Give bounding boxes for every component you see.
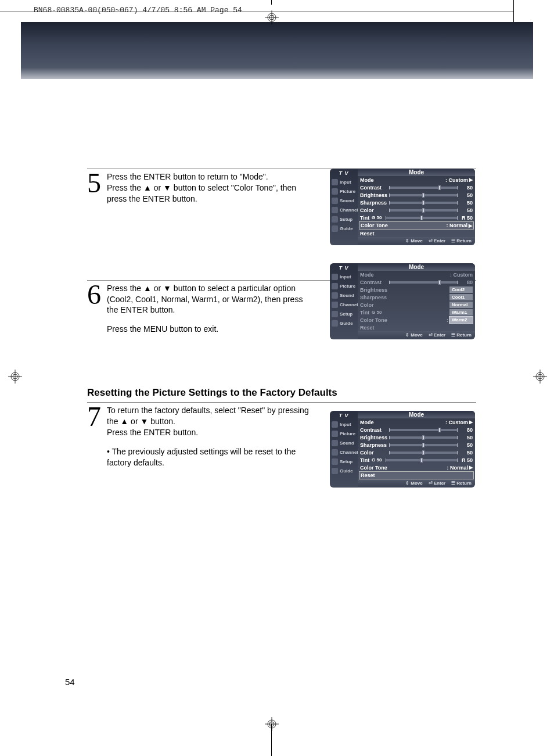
picture-icon bbox=[332, 283, 338, 289]
footer-move: ⇕Move bbox=[405, 332, 422, 338]
return-icon: ☰ bbox=[451, 481, 455, 486]
sidebar-item: Guide bbox=[330, 318, 358, 328]
page-number: 54 bbox=[65, 677, 75, 687]
slider bbox=[389, 209, 458, 212]
sidebar-item: Channel bbox=[330, 447, 358, 457]
input-icon bbox=[332, 274, 338, 280]
step-line: Press the ENTER button. bbox=[107, 427, 316, 438]
osd-row-sharpness: Sharpness50 bbox=[358, 441, 475, 449]
osd-panel-color-tone: T V Input Picture Sound Channel Setup Gu… bbox=[330, 169, 475, 245]
sound-icon bbox=[332, 440, 338, 446]
osd-title: Mode bbox=[358, 263, 475, 271]
sidebar-item: Sound bbox=[330, 291, 358, 300]
sound-icon bbox=[332, 198, 338, 204]
osd-row-reset-selected: Reset bbox=[359, 471, 474, 479]
osd-sidebar: T V Input Picture Sound Channel Setup Gu… bbox=[330, 411, 358, 488]
sidebar-item: Channel bbox=[330, 205, 358, 214]
guide-icon bbox=[332, 468, 338, 474]
input-icon bbox=[332, 421, 338, 428]
sidebar-item: Input bbox=[330, 420, 358, 429]
footer-return: ☰Return bbox=[451, 238, 472, 243]
register-mark-left bbox=[8, 370, 22, 384]
slider bbox=[389, 429, 458, 431]
osd-footer: ⇕Move ⏎Enter ☰Return bbox=[358, 479, 475, 487]
osd-row-sharpness: SharpnessCool1 bbox=[358, 293, 475, 301]
osd-row-sharpness: Sharpness50 bbox=[358, 199, 475, 206]
input-icon bbox=[332, 179, 338, 185]
footer-enter: ⏎Enter bbox=[429, 238, 445, 243]
setup-icon bbox=[332, 458, 338, 465]
osd-footer: ⇕Move ⏎Enter ☰Return bbox=[358, 331, 475, 339]
osd-sidebar: T V Input Picture Sound Channel Setup Gu… bbox=[330, 263, 358, 339]
option-cool2: Cool2 bbox=[449, 286, 473, 293]
step-number: 7 bbox=[87, 403, 107, 431]
osd-row-reset: Reset bbox=[358, 230, 475, 237]
osd-row-tint: TintG 50R 50 bbox=[358, 456, 475, 464]
step-number: 5 bbox=[87, 169, 107, 197]
osd-row-brightness: BrightnessCool2 bbox=[358, 286, 475, 293]
crop-mark bbox=[0, 12, 513, 12]
step-line: To return the factory defaults, select "… bbox=[107, 405, 316, 427]
osd-row-contrast: Contrast80 bbox=[358, 426, 475, 433]
slider bbox=[389, 194, 458, 196]
osd-row-reset: Reset bbox=[358, 324, 475, 331]
slider bbox=[389, 281, 458, 284]
updown-icon: ⇕ bbox=[405, 332, 409, 338]
channel-icon bbox=[332, 207, 338, 213]
channel-icon bbox=[332, 449, 338, 456]
enter-icon: ⏎ bbox=[429, 481, 433, 486]
sidebar-item: Input bbox=[330, 272, 358, 281]
step-text: To return the factory defaults, select "… bbox=[107, 404, 316, 468]
option-warm1: Warm1 bbox=[449, 309, 473, 316]
osd-row-contrast: Contrast80 bbox=[358, 184, 475, 191]
osd-main: Mode Mode: Custom Contrast80 BrightnessC… bbox=[358, 263, 475, 339]
osd-row-colortone: Color Tone:Warm2 bbox=[358, 316, 475, 324]
top-banner bbox=[21, 22, 533, 79]
guide-icon bbox=[332, 225, 338, 232]
osd-row-tint: TintG 50R 50 bbox=[358, 214, 475, 221]
chevron-right-icon: ▶ bbox=[469, 177, 473, 182]
footer-return: ☰Return bbox=[451, 481, 472, 486]
osd-row-tint: TintG 50Warm1 bbox=[358, 309, 475, 316]
footer-return: ☰Return bbox=[451, 332, 472, 338]
osd-sidebar: T V Input Picture Sound Channel Setup Gu… bbox=[330, 169, 358, 245]
section-heading: Resetting the Picture Settings to the Fa… bbox=[87, 387, 476, 399]
osd-row-mode: Mode: Custom▶ bbox=[358, 176, 475, 184]
osd-row-color: Color50 bbox=[358, 206, 475, 214]
slider bbox=[389, 202, 458, 204]
footer-move: ⇕Move bbox=[405, 481, 422, 486]
slider bbox=[386, 217, 458, 219]
return-icon: ☰ bbox=[451, 332, 455, 338]
guide-icon bbox=[332, 320, 338, 327]
sidebar-item: Picture bbox=[330, 281, 358, 291]
option-warm2-selected: Warm2 bbox=[449, 317, 473, 323]
osd-footer: ⇕Move ⏎Enter ☰Return bbox=[358, 237, 475, 245]
osd-row-colortone-selected: Color Tone: Normal▶ bbox=[359, 221, 474, 230]
osd-tv-label: T V bbox=[330, 170, 358, 177]
osd-row-color: Color50 bbox=[358, 449, 475, 456]
osd-title: Mode bbox=[358, 411, 475, 418]
osd-row-colortone: Color Tone: Normal▶ bbox=[358, 464, 475, 471]
slider bbox=[389, 444, 458, 446]
step-line: Press the ▲ or ▼ button to select "Color… bbox=[107, 182, 316, 205]
osd-row-brightness: Brightness50 bbox=[358, 191, 475, 199]
sidebar-item: Setup bbox=[330, 309, 358, 318]
step-text: Press the ▲ or ▼ button to select a part… bbox=[107, 282, 316, 335]
sidebar-item: Channel bbox=[330, 300, 358, 309]
osd-row-contrast: Contrast80 bbox=[358, 278, 475, 286]
sidebar-item: Setup bbox=[330, 457, 358, 466]
osd-row-brightness: Brightness50 bbox=[358, 433, 475, 441]
osd-tv-label: T V bbox=[330, 412, 358, 420]
register-mark-right bbox=[533, 370, 547, 384]
sidebar-item: Sound bbox=[330, 196, 358, 205]
chevron-right-icon: ▶ bbox=[469, 465, 473, 470]
slider bbox=[389, 187, 458, 189]
footer-enter: ⏎Enter bbox=[429, 481, 445, 486]
option-normal: Normal bbox=[449, 302, 473, 308]
chevron-right-icon: ▶ bbox=[469, 420, 473, 425]
step-line: Press the ENTER button to return to "Mod… bbox=[107, 171, 316, 182]
crop-mark bbox=[513, 0, 514, 23]
step-text: Press the ENTER button to return to "Mod… bbox=[107, 170, 316, 205]
setup-icon bbox=[332, 311, 338, 317]
step-bullet: • The previously adjusted settings will … bbox=[107, 446, 316, 468]
